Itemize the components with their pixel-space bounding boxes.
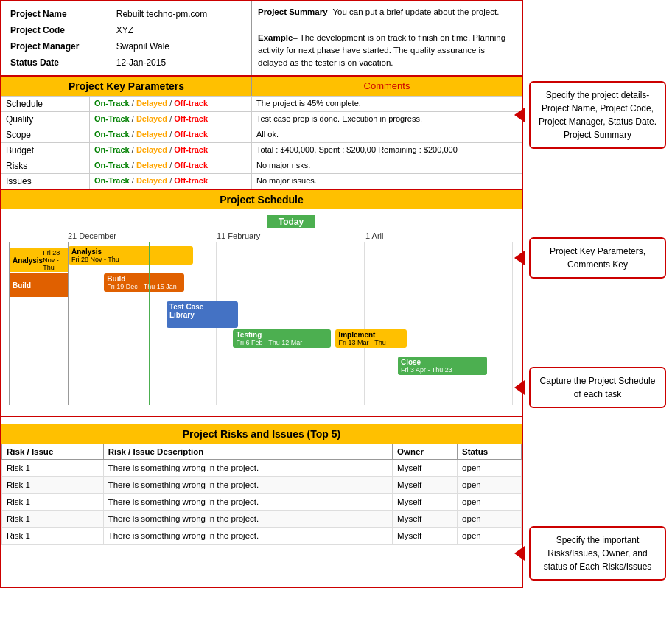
params-row: Scope On-Track / Delayed / Off-track All… <box>1 127 522 142</box>
summary-label: Project Summary <box>258 7 328 16</box>
risks-col-owner: Owner <box>393 444 458 460</box>
status-date-value: 12-Jan-2015 <box>113 55 245 71</box>
annotation-1: Specify the project details- Project Nam… <box>529 81 666 149</box>
today-button: Today <box>267 215 315 228</box>
example-text: – The development is on track to finish … <box>258 33 505 68</box>
risks-table: Risk / Issue Risk / Issue Description Ow… <box>1 444 522 545</box>
risk-desc: There is something wrong in the project. <box>103 477 392 494</box>
param-status: On-Track / Delayed / Off-track <box>90 112 252 127</box>
risk-issue: Risk 1 <box>2 460 104 477</box>
params-row: Schedule On-Track / Delayed / Off-track … <box>1 96 522 111</box>
params-row: Budget On-Track / Delayed / Off-track To… <box>1 142 522 158</box>
risk-owner: Myself <box>393 460 458 477</box>
risk-issue: Risk 1 <box>2 477 104 494</box>
risks-col-status: Status <box>458 444 522 460</box>
risk-issue: Risk 1 <box>2 494 104 511</box>
param-status: On-Track / Delayed / Off-track <box>90 174 252 189</box>
risk-desc: There is something wrong in the project. <box>103 460 392 477</box>
project-summary: Project Summary- You can put a brief upd… <box>252 1 522 75</box>
annotation-4: Specify the important Risks/Issues, Owne… <box>529 526 666 581</box>
gantt-task-labels: AnalysisFri 28 Nov - Thu Build <box>10 242 69 405</box>
risk-row: Risk 1 There is something wrong in the p… <box>2 477 522 494</box>
timeline-label-2: 11 February <box>217 231 365 240</box>
param-status: On-Track / Delayed / Off-track <box>90 143 252 158</box>
risk-status: open <box>458 528 522 545</box>
param-label: Schedule <box>1 97 90 111</box>
today-marker: Today <box>9 215 514 228</box>
param-label: Risks <box>1 158 90 173</box>
risk-desc: There is something wrong in the project. <box>103 528 392 545</box>
gantt-wrapper: Today 21 December 11 February 1 Aril Ana… <box>1 209 522 408</box>
param-comment: No major issues. <box>252 174 522 189</box>
param-comment: The project is 45% complete. <box>252 97 522 111</box>
params-title: Project Key Parameters <box>1 77 252 96</box>
page-wrapper: Project Name Rebuilt techno-pm.com Proje… <box>0 0 672 588</box>
params-rows: Schedule On-Track / Delayed / Off-track … <box>1 96 522 189</box>
status-date-label: Status Date <box>7 55 113 71</box>
summary-desc: - You can put a brief update about the p… <box>328 7 500 16</box>
params-row: Quality On-Track / Delayed / Off-track T… <box>1 111 522 127</box>
gantt-task-analysis: Analysis Fri 28 Nov - Thu <box>69 246 193 265</box>
param-label: Scope <box>1 127 90 142</box>
gantt-timeline: 21 December 11 February 1 Aril <box>9 231 514 240</box>
param-label: Quality <box>1 112 90 127</box>
risk-desc: There is something wrong in the project. <box>103 511 392 528</box>
main-content: Project Name Rebuilt techno-pm.com Proje… <box>0 0 523 588</box>
risk-issue: Risk 1 <box>2 511 104 528</box>
risk-owner: Myself <box>393 511 458 528</box>
task-label-analysis: AnalysisFri 28 Nov - Thu <box>10 248 68 272</box>
project-code-label: Project Code <box>7 22 113 38</box>
today-line <box>149 242 150 405</box>
risk-owner: Myself <box>393 494 458 511</box>
spacer1 <box>1 417 522 424</box>
task-label-build: Build <box>10 273 68 297</box>
timeline-label-3: 1 Aril <box>365 231 514 240</box>
risk-row: Risk 1 There is something wrong in the p… <box>2 511 522 528</box>
params-header: Project Key Parameters Comments <box>1 77 522 96</box>
risks-col-risk: Risk / Issue <box>2 444 104 460</box>
gantt-task-testing: Testing Fri 6 Feb - Thu 12 Mar <box>233 329 331 348</box>
risk-issue: Risk 1 <box>2 528 104 545</box>
project-manager-value: Swapnil Wale <box>113 38 245 55</box>
project-code-value: XYZ <box>113 22 245 38</box>
project-name-value: Rebuilt techno-pm.com <box>113 6 245 22</box>
comments-title: Comments <box>252 77 522 96</box>
annotation-2: Project Key Parameters, Comments Key <box>529 237 666 279</box>
param-comment: Test case prep is done. Execution in pro… <box>252 112 522 127</box>
risk-status: open <box>458 477 522 494</box>
gantt-task-testcase: Test Case Library <box>167 301 238 328</box>
params-row: Issues On-Track / Delayed / Off-track No… <box>1 173 522 189</box>
risk-owner: Myself <box>393 528 458 545</box>
project-name-label: Project Name <box>7 6 113 22</box>
risks-col-desc: Risk / Issue Description <box>103 444 392 460</box>
risk-status: open <box>458 494 522 511</box>
param-label: Issues <box>1 174 90 189</box>
annotations-panel: Specify the project details- Project Nam… <box>523 0 672 588</box>
params-row: Risks On-Track / Delayed / Off-track No … <box>1 158 522 173</box>
param-status: On-Track / Delayed / Off-track <box>90 158 252 173</box>
risks-header: Project Risks and Issues (Top 5) <box>1 424 522 444</box>
risks-section: Project Risks and Issues (Top 5) Risk / … <box>1 424 522 545</box>
schedule-header: Project Schedule <box>1 190 522 209</box>
risk-row: Risk 1 There is something wrong in the p… <box>2 460 522 477</box>
risk-row: Risk 1 There is something wrong in the p… <box>2 494 522 511</box>
param-label: Budget <box>1 143 90 158</box>
param-comment: No major risks. <box>252 158 522 173</box>
risk-status: open <box>458 460 522 477</box>
risk-row: Risk 1 There is something wrong in the p… <box>2 528 522 545</box>
gantt-task-close: Close Fri 3 Apr - Thu 23 <box>398 357 487 375</box>
schedule-section: Project Schedule Today 21 December 11 Fe… <box>1 190 522 417</box>
annotation-3: Capture the Project Schedule of each tas… <box>529 367 666 408</box>
gantt-task-implement: Implement Fri 13 Mar - Thu <box>335 329 407 348</box>
project-manager-label: Project Manager <box>7 38 113 55</box>
example-label: Example <box>258 33 293 42</box>
risk-desc: There is something wrong in the project. <box>103 494 392 511</box>
param-status: On-Track / Delayed / Off-track <box>90 127 252 142</box>
project-details: Project Name Rebuilt techno-pm.com Proje… <box>1 1 252 75</box>
timeline-label-1: 21 December <box>68 231 217 240</box>
project-info-section: Project Name Rebuilt techno-pm.com Proje… <box>1 1 522 77</box>
param-comment: Total : $400,000, Spent : $200,00 Remain… <box>252 143 522 158</box>
param-status: On-Track / Delayed / Off-track <box>90 97 252 111</box>
params-section: Project Key Parameters Comments Schedule… <box>1 77 522 190</box>
risk-owner: Myself <box>393 477 458 494</box>
